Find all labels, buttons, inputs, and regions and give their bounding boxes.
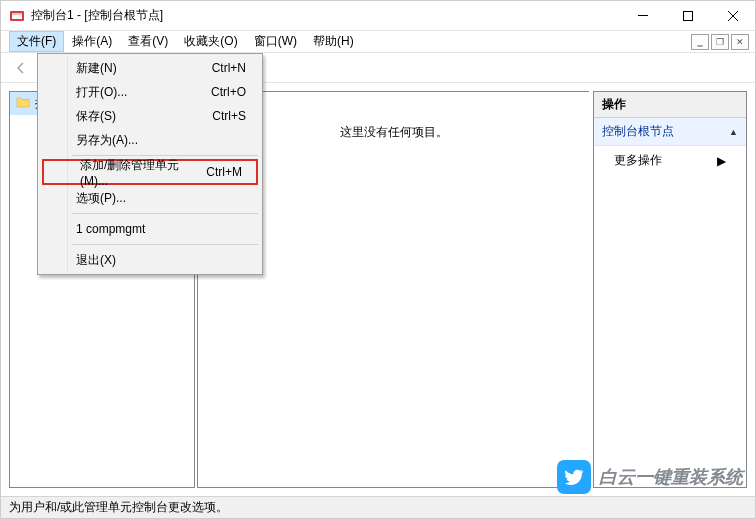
actions-more[interactable]: 更多操作 ▶	[594, 146, 746, 175]
menu-options-label: 选项(P)...	[76, 190, 126, 207]
menu-add-remove-snapin-highlight: 添加/删除管理单元(M)... Ctrl+M	[42, 159, 258, 185]
minimize-button[interactable]	[620, 1, 665, 31]
menu-exit[interactable]: 退出(X)	[40, 248, 260, 272]
close-button[interactable]	[710, 1, 755, 31]
mdi-close-button[interactable]: ✕	[731, 34, 749, 50]
menu-help[interactable]: 帮助(H)	[305, 31, 362, 52]
mdi-minimize-button[interactable]: ‗	[691, 34, 709, 50]
menu-new-label: 新建(N)	[76, 60, 117, 77]
maximize-button[interactable]	[665, 1, 710, 31]
empty-message: 这里没有任何项目。	[340, 124, 448, 141]
menu-save-as[interactable]: 另存为(A)...	[40, 128, 260, 152]
svg-rect-2	[12, 13, 22, 15]
actions-panel: 操作 控制台根节点 ▲ 更多操作 ▶	[593, 91, 747, 488]
menu-favorites[interactable]: 收藏夹(O)	[176, 31, 245, 52]
menu-save-label: 保存(S)	[76, 108, 116, 125]
file-menu-dropdown: 新建(N) Ctrl+N 打开(O)... Ctrl+O 保存(S) Ctrl+…	[37, 53, 263, 275]
menu-add-remove-snapin[interactable]: 添加/删除管理单元(M)... Ctrl+M	[44, 161, 256, 183]
menu-save-shortcut: Ctrl+S	[212, 109, 250, 123]
window-title: 控制台1 - [控制台根节点]	[31, 7, 620, 24]
menu-new[interactable]: 新建(N) Ctrl+N	[40, 56, 260, 80]
menu-action[interactable]: 操作(A)	[64, 31, 120, 52]
menu-add-remove-shortcut: Ctrl+M	[206, 165, 246, 179]
menu-options[interactable]: 选项(P)...	[40, 186, 260, 210]
menu-recent-1[interactable]: 1 compmgmt	[40, 217, 260, 241]
menu-open[interactable]: 打开(O)... Ctrl+O	[40, 80, 260, 104]
mdi-controls: ‗ ❐ ✕	[691, 34, 755, 50]
menu-new-shortcut: Ctrl+N	[212, 61, 250, 75]
menu-add-remove-label: 添加/删除管理单元(M)...	[80, 157, 206, 188]
menu-file[interactable]: 文件(F)	[9, 31, 64, 52]
menu-recent-label: 1 compmgmt	[76, 222, 145, 236]
menu-save-as-label: 另存为(A)...	[76, 132, 138, 149]
menu-open-shortcut: Ctrl+O	[211, 85, 250, 99]
chevron-right-icon: ▶	[717, 154, 726, 168]
status-bar: 为用户和/或此管理单元控制台更改选项。	[1, 496, 755, 518]
menu-window[interactable]: 窗口(W)	[246, 31, 305, 52]
folder-icon	[16, 95, 30, 112]
menu-exit-label: 退出(X)	[76, 252, 116, 269]
watermark-text: 白云一键重装系统	[599, 465, 743, 489]
menu-view[interactable]: 查看(V)	[120, 31, 176, 52]
actions-more-label: 更多操作	[614, 152, 662, 169]
status-text: 为用户和/或此管理单元控制台更改选项。	[9, 499, 228, 516]
menu-save[interactable]: 保存(S) Ctrl+S	[40, 104, 260, 128]
svg-rect-3	[638, 15, 648, 16]
actions-context[interactable]: 控制台根节点 ▲	[594, 118, 746, 146]
nav-back-button[interactable]	[9, 57, 33, 79]
menu-open-label: 打开(O)...	[76, 84, 127, 101]
mdi-restore-button[interactable]: ❐	[711, 34, 729, 50]
actions-header: 操作	[594, 92, 746, 118]
window-titlebar: 控制台1 - [控制台根节点]	[1, 1, 755, 31]
collapse-icon: ▲	[729, 127, 738, 137]
actions-context-label: 控制台根节点	[602, 123, 674, 140]
menu-separator	[72, 213, 258, 214]
svg-rect-4	[683, 11, 692, 20]
menubar: 文件(F) 操作(A) 查看(V) 收藏夹(O) 窗口(W) 帮助(H) ‗ ❐…	[1, 31, 755, 53]
app-icon	[9, 8, 25, 24]
watermark: 白云一键重装系统	[557, 460, 743, 494]
watermark-bird-icon	[557, 460, 591, 494]
menu-separator	[72, 244, 258, 245]
